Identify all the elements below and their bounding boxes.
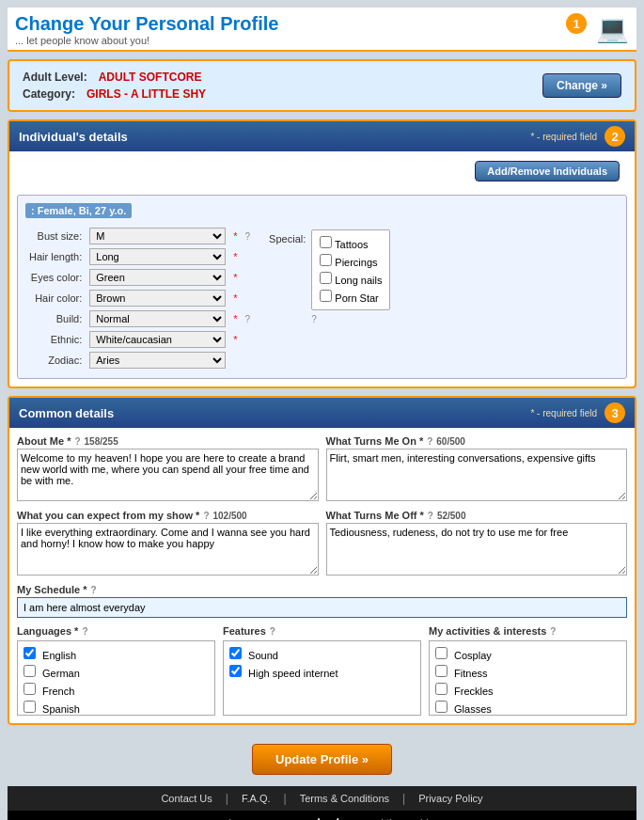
adult-level-label: Adult Level: [23,71,87,84]
glasses-checkbox[interactable] [435,701,448,713]
turns-off-help-icon[interactable]: ? [428,511,433,521]
long-nails-item[interactable]: Long nails [320,270,382,288]
sound-checkbox[interactable] [229,647,242,659]
long-nails-checkbox[interactable] [320,272,332,284]
german-checkbox[interactable] [24,665,36,677]
tattoos-checkbox[interactable] [320,236,332,248]
footer-nav: Contact Us | F.A.Q. | Terms & Conditions… [8,786,636,811]
add-remove-button[interactable]: Add/Remove Individuals [475,161,620,181]
schedule-input[interactable]: I am here almost everyday [17,597,627,618]
fitness-item[interactable]: Fitness [435,663,620,681]
freckles-checkbox[interactable] [435,683,448,695]
languages-help-icon[interactable]: ? [82,626,87,637]
build-help-icon[interactable]: ? [245,314,251,324]
adult-level-box: Adult Level: ADULT SOFTCORE Category: GI… [8,59,636,112]
features-col: Features ? Sound High speed internet [223,625,421,716]
bust-help-icon[interactable]: ? [245,231,251,242]
individuals-section: Individual's details * - required field … [8,119,636,388]
footer-bottom: webcams camcontacts around the world [8,811,636,820]
zodiac-select[interactable]: AriesTaurusGeminiCancer [89,352,226,369]
change-button[interactable]: Change » [542,73,621,98]
piercings-item[interactable]: Piercings [320,252,382,270]
footer-contacts: contacts [293,815,348,820]
individual-name: : Female, Bi, 27 y.o. [25,203,132,218]
schedule-help-icon[interactable]: ? [91,585,97,595]
eyes-color-select[interactable]: GreenBlueBrownGrey [89,269,226,286]
special-label: Special: [269,229,311,371]
features-help-icon[interactable]: ? [270,626,275,637]
ethnic-label: Ethnic: [25,329,86,350]
features-list: Sound High speed internet [223,640,421,716]
ethnic-required: * [233,334,237,345]
build-select[interactable]: NormalSlimAthleticCurvy [89,310,226,327]
piercings-checkbox[interactable] [320,254,332,266]
sound-item[interactable]: Sound [229,645,415,663]
turns-off-counter: 52/500 [437,511,466,521]
bust-size-label: Bust size: [25,226,86,246]
step-badge-3: 3 [605,402,625,423]
expect-counter: 102/500 [212,511,246,521]
about-me-textarea[interactable]: Welcome to my heaven! I hope you are her… [17,449,319,501]
schedule-label: My Schedule * ? [17,584,627,595]
english-checkbox[interactable] [24,647,36,659]
activities-col: My activities & interests ? Cosplay Fitn… [429,625,627,716]
about-me-help-icon[interactable]: ? [74,436,80,447]
hair-length-label: Hair length: [25,246,86,267]
category-label: Category: [23,87,75,101]
expect-help-icon[interactable]: ? [203,511,209,521]
high-speed-checkbox[interactable] [229,665,242,677]
turns-on-counter: 60/500 [436,436,465,447]
footer-privacy[interactable]: Privacy Policy [405,793,495,804]
common-title: Common details [19,406,114,420]
adult-level-value[interactable]: ADULT SOFTCORE [99,71,202,84]
update-profile-button[interactable]: Update Profile » [252,744,392,775]
activities-help-icon[interactable]: ? [550,626,556,637]
cosplay-item[interactable]: Cosplay [435,645,620,663]
porn-star-item[interactable]: Porn Star [320,288,382,306]
ethnic-select[interactable]: White/caucasianLatinAsianEbony [89,331,226,348]
bust-size-select[interactable]: MABCD [89,228,226,244]
french-checkbox[interactable] [24,683,36,695]
page-title: Change Your Personal Profile [15,13,278,35]
english-item[interactable]: English [24,645,209,663]
tattoos-item[interactable]: Tattoos [320,234,382,252]
hair-color-required: * [233,292,237,304]
glasses-item[interactable]: Glasses [435,699,620,716]
about-me-label: About Me * ? 158/255 [17,435,319,447]
bust-required: * [233,230,237,242]
turns-off-textarea[interactable]: Tediousness, rudeness, do not try to use… [326,523,628,576]
french-item[interactable]: French [24,681,209,699]
individuals-title: Individual's details [19,130,128,144]
expect-textarea[interactable]: I like everything extraordinary. Come an… [17,523,319,576]
update-section: Update Profile » [8,733,636,786]
common-required-note: * - required field [530,408,597,418]
turns-on-textarea[interactable]: Flirt, smart men, interesting conversati… [326,449,628,501]
hair-length-required: * [233,251,237,262]
category-value[interactable]: GIRLS - A LITTLE SHY [86,87,206,101]
turns-on-help-icon[interactable]: ? [427,436,432,447]
eyes-color-label: Eyes color: [25,267,86,288]
footer-cam: cam [263,815,290,820]
footer-contact-us[interactable]: Contact Us [148,793,225,804]
hair-length-select[interactable]: LongShortMediumVery Long [89,248,226,265]
activities-list: Cosplay Fitness Freckles Glasses [429,640,627,716]
common-section-header: Common details * - required field 3 [9,398,635,428]
hair-color-select[interactable]: BrownBlondeBlackRed [89,290,226,307]
footer-terms[interactable]: Terms & Conditions [287,793,402,804]
cosplay-checkbox[interactable] [435,647,448,659]
build-required: * [233,313,237,324]
step-badge-1: 1 [566,13,587,34]
expect-label: What you can expect from my show * ? 102… [17,510,319,521]
hair-color-label: Hair color: [25,288,86,308]
fitness-checkbox[interactable] [435,665,448,677]
turns-off-label: What Turns Me Off * ? 52/500 [326,510,628,521]
high-speed-item[interactable]: High speed internet [229,663,415,681]
computer-icon: 💻 [596,13,629,44]
special-help-icon[interactable]: ? [311,314,317,324]
german-item[interactable]: German [24,663,209,681]
footer-faq[interactable]: F.A.Q. [228,793,284,804]
freckles-item[interactable]: Freckles [435,681,620,699]
porn-star-checkbox[interactable] [320,290,332,302]
spanish-item[interactable]: Spanish [24,699,209,716]
spanish-checkbox[interactable] [24,701,36,713]
